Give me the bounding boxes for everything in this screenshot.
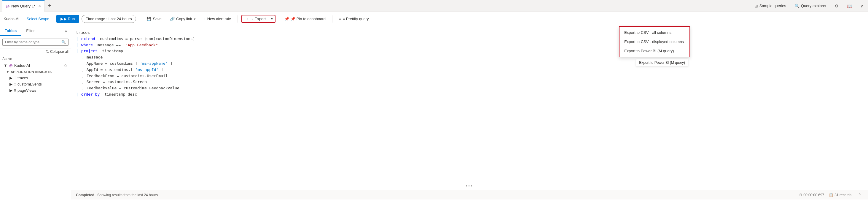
code-line-9: , Screen = customdims.Screen: [76, 79, 863, 85]
chevron-button[interactable]: ∨: [858, 2, 866, 9]
copy-link-icon: 🔗: [170, 17, 175, 21]
save-button[interactable]: 💾 Save: [144, 15, 164, 23]
tab-label: New Query 1*: [11, 4, 35, 8]
status-message: Completed . Showing results from the las…: [76, 193, 159, 197]
chevron-down-icon: ∨: [860, 4, 863, 8]
filter-search-icon: 🔍: [61, 40, 66, 44]
editor-footer[interactable]: •••: [71, 182, 868, 190]
code-line-6: , AppName = customdims.[ 'ms-appName' ]: [76, 61, 863, 67]
run-button[interactable]: ▶ ▶ Run: [56, 15, 79, 23]
time-range-button[interactable]: Time range : Last 24 hours: [82, 15, 136, 23]
tab-new-query-1[interactable]: ◎ New Query 1* ✕: [2, 0, 45, 12]
app-insights-section: ▼ APPLICATION INSIGHTS ▶ ⊞ traces ▶ ⊞ cu…: [2, 69, 68, 93]
tab-close-icon[interactable]: ✕: [38, 4, 41, 8]
active-label: Active: [2, 57, 68, 61]
separator-3: [332, 16, 333, 23]
select-scope-button[interactable]: Select Scope: [24, 16, 52, 22]
sidebar-tab-tables[interactable]: Tables: [0, 26, 21, 36]
export-dropdown-menu: Export to CSV - all columns Export to CS…: [619, 26, 690, 57]
chevron-up-double-icon: ⌃: [858, 193, 862, 198]
table-icon-page-views: ⊞: [13, 88, 16, 92]
code-line-1: traces: [76, 30, 863, 36]
export-tooltip: Export to Power BI (M query): [636, 59, 688, 66]
run-icon: ▶: [61, 17, 63, 21]
app-insights-header[interactable]: ▼ APPLICATION INSIGHTS: [5, 69, 68, 75]
status-right: ⏱ 00:00:00.697 📋 31 records ⌃: [799, 191, 863, 199]
separator-2: [238, 16, 238, 23]
status-bar: Completed . Showing results from the las…: [71, 190, 868, 200]
copy-link-button[interactable]: 🔗 Copy link ∨: [167, 15, 198, 23]
sidebar-collapse-button[interactable]: «: [61, 26, 71, 36]
code-line-2: | extend customdims = parse_json(customD…: [76, 36, 863, 42]
page-views-expand-icon: ▶: [9, 88, 12, 93]
export-power-bi-button[interactable]: Export to Power BI (M query): [619, 46, 689, 56]
sidebar-tab-bar: Tables Filter «: [0, 26, 71, 36]
table-icon-traces: ⊞: [13, 76, 16, 80]
workspace-expand-icon: ▼: [4, 63, 7, 68]
expand-icon: 📖: [847, 4, 852, 8]
editor-panel: traces | extend customdims = parse_json(…: [71, 26, 868, 200]
code-line-8: , FeedbackFrom = customdims.UserEmail: [76, 73, 863, 79]
records-icon: 📋: [829, 193, 833, 197]
code-line-7: , AppId = customdims.[ 'ms-appId' ]: [76, 67, 863, 73]
save-icon: 💾: [147, 17, 151, 21]
editor-area[interactable]: traces | extend customdims = parse_json(…: [71, 26, 868, 182]
records-count: 📋 31 records: [829, 193, 851, 197]
sidebar-tab-filter[interactable]: Filter: [21, 26, 39, 36]
elapsed-time: ⏱ 00:00:00.697: [799, 193, 824, 197]
export-csv-all-button[interactable]: Export to CSV - all columns: [619, 28, 689, 37]
traces-expand-icon: ▶: [9, 76, 12, 80]
workspace-item[interactable]: ▼ ◎ Kudos-AI ☆: [2, 62, 68, 69]
completed-word: Completed: [76, 193, 94, 197]
code-line-4: | project timestamp: [76, 48, 863, 54]
code-line-10: , FeedbackValue = customdims.FeedbackVal…: [76, 85, 863, 91]
settings-button[interactable]: ⚙: [832, 2, 841, 9]
workspace-name: Kudos-AI: [4, 17, 19, 21]
collapse-all-icon: ⇅: [46, 50, 49, 54]
tab-add-button[interactable]: +: [45, 1, 54, 11]
sample-queries-button[interactable]: ⊞ Sample queries: [752, 2, 788, 9]
copy-link-chevron-icon: ∨: [194, 17, 196, 21]
code-line-3: | where message == "App Feedback": [76, 42, 863, 49]
main-content: Tables Filter « 🔍 ⇅ Collapse all Active …: [0, 26, 868, 200]
export-group: ⇥ → Export ∨: [241, 15, 276, 23]
tab-bar: ◎ New Query 1* ✕ + ⊞ Sample queries 🔍 Qu…: [0, 0, 868, 12]
code-line-5: , message: [76, 54, 863, 61]
expand-button[interactable]: 📖: [844, 2, 855, 9]
sample-queries-icon: ⊞: [754, 4, 758, 8]
workspace-icon: ◎: [9, 63, 12, 68]
new-alert-rule-button[interactable]: + New alert rule: [201, 15, 234, 23]
prettify-query-button[interactable]: ≡ ≡ Prettify query: [336, 15, 372, 23]
table-icon-custom-events: ⊞: [13, 82, 16, 86]
scroll-up-button[interactable]: ⌃: [856, 191, 863, 199]
workspace-name-label: Kudos-AI: [14, 63, 30, 68]
toolbar: Kudos-AI Select Scope ▶ ▶ Run Time range…: [0, 12, 868, 26]
sidebar-filter-area: 🔍: [0, 36, 71, 49]
app-insights-expand-icon: ▼: [6, 70, 9, 74]
custom-events-expand-icon: ▶: [9, 82, 12, 86]
collapse-all-button[interactable]: ⇅ Collapse all: [0, 49, 71, 55]
top-right-actions: ⊞ Sample queries 🔍 Query explorer ⚙ 📖 ∨: [752, 2, 866, 9]
filter-input-wrap: 🔍: [2, 38, 68, 46]
settings-icon: ⚙: [835, 4, 839, 8]
code-line-11: | order by timestamp desc: [76, 91, 863, 98]
export-button[interactable]: ⇥ → Export: [242, 16, 269, 22]
table-custom-events[interactable]: ▶ ⊞ customEvents: [5, 81, 68, 87]
table-traces[interactable]: ▶ ⊞ traces: [5, 75, 68, 81]
workspace-star-icon[interactable]: ☆: [64, 63, 67, 68]
filter-input[interactable]: [5, 40, 61, 44]
pin-icon: 📌: [284, 17, 289, 21]
sidebar: Tables Filter « 🔍 ⇅ Collapse all Active …: [0, 26, 71, 200]
export-csv-displayed-button[interactable]: Export to CSV - displayed columns: [619, 37, 689, 46]
query-explorer-button[interactable]: 🔍 Query explorer: [792, 2, 829, 9]
export-dropdown-toggle[interactable]: ∨: [269, 16, 275, 22]
pin-to-dashboard-button[interactable]: 📌 📌 Pin to dashboard: [281, 15, 329, 23]
query-explorer-icon: 🔍: [795, 4, 800, 8]
table-page-views[interactable]: ▶ ⊞ pageViews: [5, 87, 68, 93]
timer-icon: ⏱: [799, 193, 802, 197]
export-chevron-icon: ∨: [271, 17, 273, 21]
sidebar-section: Active ▼ ◎ Kudos-AI ☆ ▼ APPLICATION INSI…: [0, 55, 71, 95]
tab-query-icon: ◎: [6, 4, 9, 9]
prettify-icon: ≡: [339, 17, 341, 21]
export-icon: ⇥: [245, 17, 248, 21]
